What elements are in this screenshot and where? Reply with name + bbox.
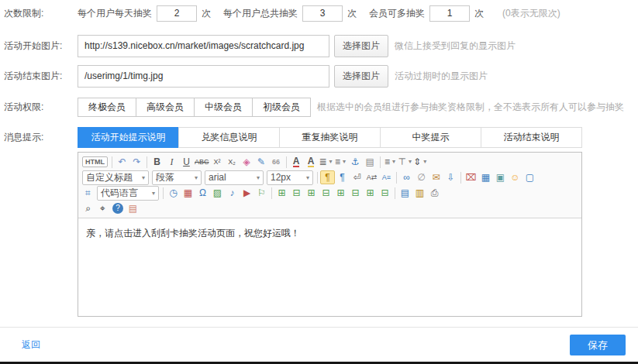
- split-cells-icon[interactable]: ⊟: [378, 186, 392, 200]
- paragraph-select[interactable]: 段落▾: [152, 170, 202, 185]
- insert-frame-icon[interactable]: ▢: [522, 170, 537, 184]
- font-family-select[interactable]: arial▾: [205, 170, 264, 185]
- member-extra-draw-input[interactable]: [429, 5, 470, 22]
- rich-text-editor: HTML↶↷BIUABCX²X₂◈✎66AA≣▾≡▾⚓▤≡▾⊤▾⇕▾ 自定义标题…: [78, 152, 582, 317]
- tab-winning-prompt[interactable]: 中奖提示: [380, 127, 481, 148]
- merge-cells-icon[interactable]: ⊞: [363, 186, 378, 200]
- video-icon[interactable]: ▶: [240, 186, 254, 200]
- template-icon[interactable]: ▦: [478, 170, 493, 184]
- member-group-ultimate-button[interactable]: 终极会员: [78, 98, 136, 117]
- custom-title-select[interactable]: 自定义标题▾: [82, 170, 149, 185]
- toolbar-row-2: 自定义标题▾段落▾arial▾12px▾¶¶⏎A⇄A≡∞∅✉⇩⌧▦▣☺▢: [81, 170, 579, 185]
- image-icon[interactable]: ▨: [210, 186, 225, 200]
- page-break-icon[interactable]: ▤: [363, 155, 378, 169]
- member-group-intermediate-button[interactable]: 中级会员: [194, 98, 253, 117]
- snapshot-icon[interactable]: ▣: [493, 170, 508, 184]
- spellcheck-icon[interactable]: ⌖: [95, 201, 110, 215]
- blockquote-icon[interactable]: 66: [269, 155, 284, 169]
- paragraph-rtl-icon[interactable]: ¶: [335, 170, 350, 184]
- anchor-icon[interactable]: ⚓: [348, 155, 363, 169]
- chevron-down-icon: ▾: [152, 190, 155, 197]
- preview-icon[interactable]: ▥: [412, 186, 427, 200]
- font-size-select[interactable]: 12px▾: [267, 170, 313, 185]
- insert-table-icon[interactable]: ⊞: [274, 186, 289, 200]
- message-label: 消息提示:: [0, 131, 78, 144]
- permission-hint: 根据选中的会员组进行参与抽奖资格限制，全不选表示所有人可以参与抽奖: [317, 101, 624, 114]
- search-replace-icon[interactable]: ⌕: [81, 201, 95, 215]
- chevron-down-icon: ▾: [409, 156, 412, 168]
- start-image-row: 活动开始图片: 选择图片 微信上接受到回复的显示图片: [0, 34, 638, 57]
- choose-end-image-button[interactable]: 选择图片: [334, 65, 388, 88]
- save-button[interactable]: 保存: [570, 335, 626, 355]
- link-icon[interactable]: ∞: [399, 170, 414, 184]
- ordered-list-icon[interactable]: ≣▾: [319, 155, 333, 169]
- unlink-icon[interactable]: ∅: [414, 170, 429, 184]
- background-color-icon[interactable]: A: [304, 155, 319, 169]
- message-tabs: 活动开始提示说明 兑奖信息说明 重复抽奖说明 中奖提示 活动结束说明: [78, 127, 582, 148]
- member-group-senior-button[interactable]: 高级会员: [136, 98, 195, 117]
- toolbar-separator: [317, 172, 318, 184]
- align-dropdown-icon[interactable]: ≡▾: [383, 155, 398, 169]
- download-icon[interactable]: ⇩: [443, 170, 458, 184]
- format-painter-icon[interactable]: ✎: [254, 155, 269, 169]
- redo-icon[interactable]: ↷: [129, 155, 144, 169]
- emotion-icon[interactable]: ☺: [508, 170, 522, 184]
- letter-spacing-icon[interactable]: A⇄: [364, 170, 379, 184]
- daily-draw-limit-input[interactable]: [157, 5, 197, 22]
- delete-row-icon[interactable]: ⊟: [319, 186, 333, 200]
- limit-hint: (0表示无限次): [502, 7, 560, 20]
- start-image-hint: 微信上接受到回复的显示图片: [395, 39, 516, 53]
- back-link[interactable]: 返回: [22, 338, 40, 352]
- insert-col-icon[interactable]: ⊞: [333, 186, 348, 200]
- special-chars-icon[interactable]: Ω: [195, 186, 210, 200]
- end-image-url-input[interactable]: [78, 65, 329, 88]
- time-icon[interactable]: ◷: [166, 186, 181, 200]
- insert-row-icon[interactable]: ⊞: [304, 186, 319, 200]
- tab-repeat-draw-note[interactable]: 重复抽奖说明: [279, 127, 381, 148]
- map-icon[interactable]: ⚐: [254, 186, 269, 200]
- delete-table-icon[interactable]: ⊟: [289, 186, 304, 200]
- word-wrap-icon[interactable]: ⏎: [350, 170, 364, 184]
- code-language-select[interactable]: 代码语言▾: [97, 186, 159, 201]
- mail-icon[interactable]: ✉: [429, 170, 443, 184]
- drafts-icon[interactable]: ▤: [126, 201, 140, 215]
- source-code-button[interactable]: HTML: [82, 156, 108, 167]
- delete-col-icon[interactable]: ⊟: [348, 186, 363, 200]
- font-color-icon[interactable]: A: [289, 155, 304, 169]
- permission-row: 活动权限: 终极会员 高级会员 中级会员 初级会员 根据选中的会员组进行参与抽奖…: [0, 97, 638, 117]
- source-view-icon[interactable]: ▤: [398, 186, 412, 200]
- line-height-dropdown-icon[interactable]: ⇕▾: [412, 155, 427, 169]
- remove-format-icon[interactable]: ◈: [240, 155, 254, 169]
- choose-start-image-button[interactable]: 选择图片: [334, 35, 388, 57]
- subscript-icon[interactable]: X₂: [225, 155, 240, 169]
- italic-icon[interactable]: I: [164, 155, 179, 169]
- auto-typeset-icon[interactable]: A≡: [379, 170, 394, 184]
- chevron-down-icon: ▾: [329, 156, 333, 168]
- toolbar-row-3: ⌗代码语言▾◷▦Ω▨♪▶⚐⊞⊟⊞⊟⊞⊟⊞⊟▤▥⎙: [81, 185, 579, 201]
- music-icon[interactable]: ♪: [225, 186, 240, 200]
- tab-activity-end-note[interactable]: 活动结束说明: [481, 127, 582, 148]
- member-group-junior-button[interactable]: 初级会员: [252, 98, 311, 117]
- total-draw-limit-input[interactable]: [302, 5, 343, 22]
- undo-icon[interactable]: ↶: [115, 155, 129, 169]
- editor-content[interactable]: 亲，请点击进入刮刮卡抽奖活动页面，祝您好运哦！: [78, 218, 581, 316]
- vertical-align-dropdown-icon[interactable]: ⊤▾: [398, 155, 412, 169]
- unordered-list-icon[interactable]: ≡▾: [333, 155, 348, 169]
- tab-redeem-info[interactable]: 兑奖信息说明: [178, 127, 280, 148]
- help-icon[interactable]: ?: [112, 203, 123, 214]
- tab-activity-start-note[interactable]: 活动开始提示说明: [78, 127, 179, 148]
- start-image-url-input[interactable]: [78, 35, 329, 57]
- superscript-icon[interactable]: X²: [210, 155, 225, 169]
- cleardoc-icon[interactable]: ⌧: [464, 170, 478, 184]
- code-snippet-icon[interactable]: ⌗: [81, 186, 95, 200]
- toolbar-separator: [460, 172, 461, 184]
- strikethrough-icon[interactable]: ABC: [194, 155, 210, 169]
- chevron-down-icon: ▾: [142, 174, 145, 181]
- bold-icon[interactable]: B: [150, 155, 164, 169]
- toolbar-separator: [147, 156, 147, 168]
- date-icon[interactable]: ▦: [181, 186, 195, 200]
- paragraph-ltr-icon[interactable]: ¶: [320, 170, 335, 184]
- underline-icon[interactable]: U: [179, 155, 194, 169]
- toolbar-separator: [112, 156, 112, 168]
- print-icon[interactable]: ⎙: [427, 186, 442, 200]
